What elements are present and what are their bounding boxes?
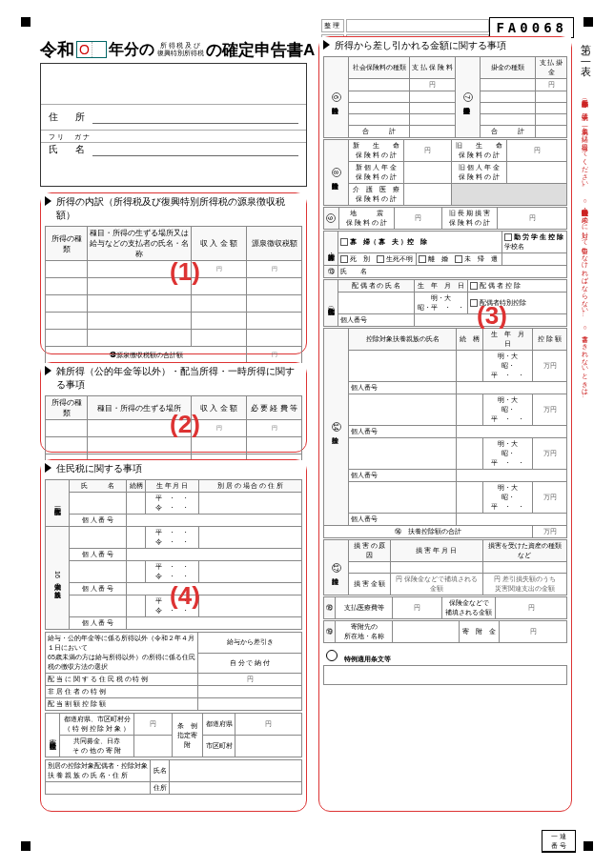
arrow-icon xyxy=(323,40,330,50)
section-resident-tax: 住民税に関する事項 同一生計配偶者 氏 名続柄生 年 月 日別 居 の 場 合 … xyxy=(40,459,307,812)
section-number-2: 2 xyxy=(170,410,200,439)
section-deductions: 所得から差し引かれる金額に関する事項 6社会保険料控除 社会保険料の種類支 払 … xyxy=(318,36,572,812)
corner-mark xyxy=(583,17,593,27)
tokurei-label: 特例適用条文等 xyxy=(344,656,391,662)
form-id: FA0068 xyxy=(489,17,574,38)
furigana-label: フリ ガナ xyxy=(49,132,92,142)
corner-mark xyxy=(583,841,593,851)
table-label-vertical: 第 二 表 xyxy=(579,36,593,61)
address-field[interactable] xyxy=(92,111,298,124)
name-label: 氏 名 xyxy=(49,143,92,156)
section-number-3: 3 xyxy=(477,301,507,331)
name-field[interactable] xyxy=(92,143,298,156)
address-label: 住 所 xyxy=(49,111,92,124)
section-number-4: 4 xyxy=(170,581,200,611)
section-number-1: 1 xyxy=(170,257,200,287)
year-input[interactable]: O xyxy=(76,41,107,58)
arrow-icon xyxy=(45,463,51,473)
page-title: 令和 O 年分の 所 得 税 及 び復興特別所得税 の確定申告書A xyxy=(40,38,315,61)
identity-box: 住 所 フリ ガナ 氏 名 xyxy=(40,63,307,187)
corner-mark xyxy=(21,17,31,27)
arrow-icon xyxy=(45,366,51,375)
corner-mark xyxy=(21,841,31,851)
serial-number-box: 一 連 番 号 xyxy=(542,830,576,853)
side-note: （令和元年分以降用） ○第二表は、第一表と一緒に提出してください。 ○社会保険料… xyxy=(580,95,589,398)
arrow-icon xyxy=(45,196,51,206)
